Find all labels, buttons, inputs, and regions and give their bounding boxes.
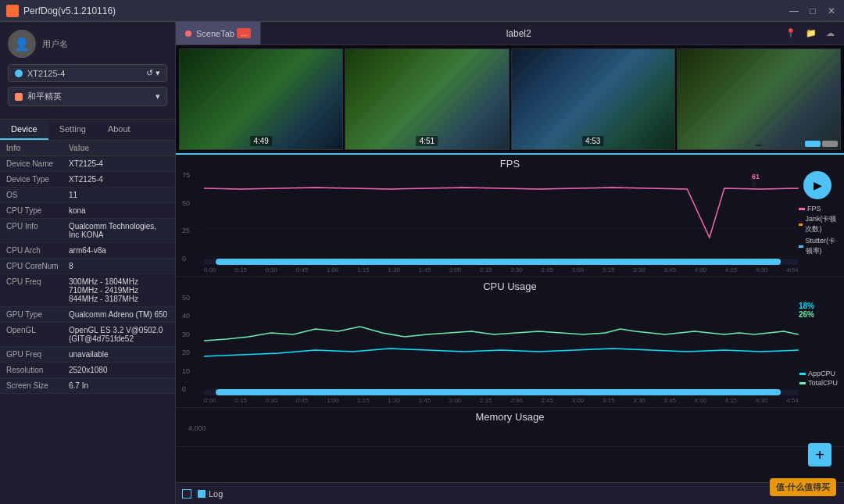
- legend-totalcpu: TotalCPU: [799, 379, 838, 387]
- log-label: Log: [209, 489, 223, 499]
- screenshot-strip: 4:49 4:51 4:53: [176, 45, 844, 155]
- sidebar: 👤 用户名 XT2125-4 ↺ ▾ 和平精英 ▾ Device S: [0, 22, 176, 504]
- log-checkbox[interactable]: [182, 489, 191, 499]
- table-row: CPU Type kona: [0, 203, 175, 219]
- screenshot-img: [345, 49, 508, 149]
- table-row: CPU CoreNum 8: [0, 259, 175, 274]
- username: 用户名: [42, 38, 68, 50]
- fps-y-0: 0: [182, 255, 204, 263]
- fps-value-badges: 61 0: [752, 173, 760, 188]
- memory-chart-container: Memory Usage 4,000: [176, 408, 844, 447]
- strip-nav-btn[interactable]: [805, 141, 821, 147]
- cpu-scrollbar[interactable]: [204, 389, 799, 395]
- app-title: PerfDog(v5.1.210116): [23, 5, 788, 16]
- cpu-chart-svg: [204, 294, 799, 388]
- screenshot-frame: [677, 48, 841, 150]
- info-table: Info Value Device Name XT2125-4 Device T…: [0, 141, 175, 504]
- cpu-y-0: 0: [182, 385, 204, 393]
- tab-device[interactable]: Device: [0, 120, 48, 140]
- legend-stutter: Stutter(卡顿率): [799, 236, 838, 256]
- cloud-icon[interactable]: ☁: [826, 28, 835, 38]
- app-icon: [6, 5, 19, 17]
- charts-area: FPS 75 50 25 0 61 0: [176, 155, 844, 482]
- fps-scrollbar-thumb: [216, 259, 781, 265]
- scene-tab[interactable]: SceneTab ...: [176, 22, 261, 45]
- fps-chart-svg: [204, 171, 799, 257]
- game-select-inner: 和平精英: [15, 91, 62, 102]
- tab-setting[interactable]: Setting: [48, 120, 97, 140]
- folder-icon[interactable]: 📁: [806, 28, 817, 38]
- info-table-header: Info Value: [0, 141, 175, 156]
- table-row: Screen Size 6.7 In: [0, 378, 175, 394]
- sidebar-header: 👤 用户名 XT2125-4 ↺ ▾ 和平精英 ▾: [0, 22, 175, 120]
- cpu-legend: AppCPU TotalCPU: [799, 370, 838, 388]
- add-chart-button[interactable]: +: [808, 443, 831, 466]
- content-topbar: SceneTab ... label2 📍 📁 ☁: [176, 22, 844, 45]
- screenshot-time-1: 4:49: [250, 136, 271, 146]
- maximize-button[interactable]: □: [806, 5, 819, 17]
- cpu-right-panel: 18% 26% AppCPU TotalCPU: [799, 294, 838, 404]
- screenshot-img: [180, 49, 342, 149]
- info-header-value: Value: [69, 144, 169, 152]
- cpu-value2: 26%: [799, 310, 838, 319]
- totalcpu-legend-dot: [799, 382, 806, 384]
- device-select-inner: XT2125-4: [15, 69, 65, 78]
- close-button[interactable]: ✕: [825, 5, 838, 17]
- device-name: XT2125-4: [27, 69, 65, 78]
- scene-dot: [185, 30, 191, 37]
- sidebar-tabs: Device Setting About: [0, 120, 175, 141]
- fps-legend-dot: [799, 208, 805, 210]
- cpu-y-10: 10: [182, 367, 204, 375]
- fps-scrollbar[interactable]: [204, 259, 799, 265]
- strip-navigation: [805, 141, 838, 147]
- table-row: GPU Freq unavailable: [0, 347, 175, 363]
- appcpu-legend-dot: [799, 373, 806, 375]
- window-controls: — □ ✕: [788, 5, 838, 17]
- fps-play-button[interactable]: ▶: [803, 171, 831, 199]
- cpu-y-30: 30: [182, 331, 204, 338]
- table-row: CPU Freq 300MHz - 1804MHz710MHz - 2419MH…: [0, 274, 175, 307]
- screenshot-frame: 4:49: [179, 48, 343, 150]
- screenshot-frame: 4:51: [345, 48, 509, 150]
- fps-value2: 0: [752, 181, 760, 188]
- cpu-chart-container: CPU Usage 50 40 30 20 10 0: [176, 277, 844, 408]
- watermark: 值·什么值得买: [770, 478, 836, 496]
- table-row: Resolution 2520x1080: [0, 363, 175, 378]
- user-row: 👤 用户名: [8, 30, 167, 58]
- content-area: SceneTab ... label2 📍 📁 ☁ 4:49 4:51: [176, 22, 844, 504]
- legend-jank: Jank(卡顿次数): [799, 214, 838, 234]
- table-row: OS 11: [0, 188, 175, 203]
- fps-chart-container: FPS 75 50 25 0 61 0: [176, 155, 844, 277]
- cpu-y-50: 50: [182, 294, 204, 302]
- fps-chart-title: FPS: [182, 158, 838, 170]
- stutter-legend-dot: [799, 245, 803, 248]
- cpu-x-labels: 0:00 0:15 0:30 0:45 1:00 1:15 1:30 1:45 …: [204, 397, 799, 404]
- fps-y-75: 75: [182, 171, 204, 179]
- table-row: Device Type XT2125-4: [0, 172, 175, 188]
- fps-y-50: 50: [182, 199, 204, 207]
- main-container: 👤 用户名 XT2125-4 ↺ ▾ 和平精英 ▾ Device S: [0, 22, 844, 504]
- scene-tab-badge: ...: [237, 28, 251, 38]
- fps-value1: 61: [752, 173, 760, 181]
- location-icon[interactable]: 📍: [785, 28, 796, 38]
- titlebar: PerfDog(v5.1.210116) — □ ✕: [0, 0, 844, 22]
- device-select[interactable]: XT2125-4 ↺ ▾: [8, 64, 167, 82]
- screenshot-time-2: 4:51: [417, 136, 438, 146]
- tab-about[interactable]: About: [97, 120, 141, 140]
- fps-right-panel: ▶ FPS Jank(卡顿次数): [799, 171, 838, 273]
- game-select[interactable]: 和平精英 ▾: [8, 87, 167, 106]
- minimize-button[interactable]: —: [788, 5, 800, 17]
- table-row: CPU Info Qualcomm Technologies, Inc KONA: [0, 219, 175, 243]
- cpu-y-20: 20: [182, 349, 204, 356]
- cpu-y-40: 40: [182, 312, 204, 320]
- table-row: OpenGL OpenGL ES 3.2 V@0502.0 (GIT@4d751…: [0, 323, 175, 347]
- table-row: CPU Arch arm64-v8a: [0, 243, 175, 259]
- device-status-dot: [15, 70, 23, 77]
- jank-legend-dot: [799, 223, 803, 226]
- legend-fps: FPS: [799, 205, 838, 213]
- cpu-chart-title: CPU Usage: [182, 281, 838, 292]
- screenshot-img: [512, 49, 674, 149]
- log-color-box: [198, 490, 206, 498]
- strip-nav-btn[interactable]: [822, 141, 838, 147]
- screenshot-time-3: 4:53: [582, 136, 603, 146]
